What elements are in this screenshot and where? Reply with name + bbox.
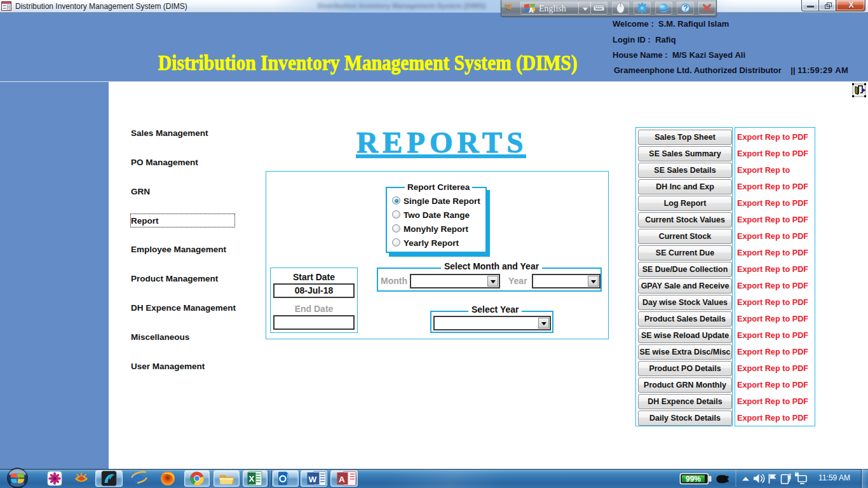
svg-text:99%: 99% [686, 475, 701, 484]
svg-text:A: A [339, 475, 345, 484]
svg-text:W: W [309, 475, 317, 484]
svg-text:X: X [249, 474, 255, 484]
svg-text:?: ? [683, 4, 688, 13]
